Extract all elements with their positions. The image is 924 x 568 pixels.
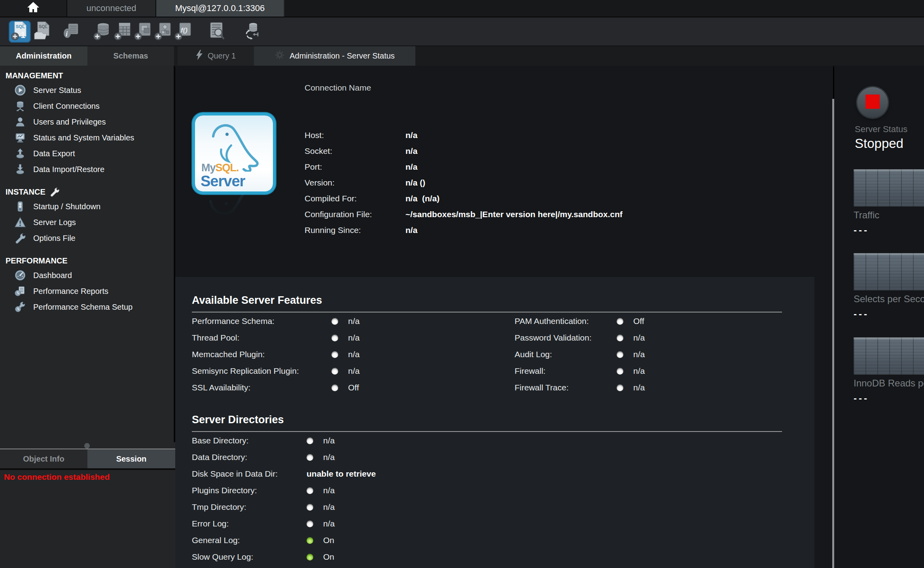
create-procedure-button[interactable]	[154, 21, 172, 43]
directories-list: Base Directory: n/a Data Directory: n/a …	[192, 432, 376, 565]
tab-object-info[interactable]: Object Info	[0, 449, 87, 468]
sidebar-item-performance-reports[interactable]: Performance Reports	[0, 283, 174, 299]
status-led-icon	[331, 318, 338, 325]
splitter-handle-icon[interactable]	[84, 443, 90, 449]
navigator-sidebar: MANAGEMENT Server Status Client Connecti…	[0, 66, 174, 442]
sidebar-item-performance-schema-setup[interactable]: Performance Schema Setup	[0, 299, 174, 315]
sidebar-item-server-status[interactable]: Server Status	[0, 82, 174, 98]
stop-icon	[865, 95, 880, 109]
editor-tab-bar: Administration Schemas Query 1 Administr…	[0, 46, 924, 67]
sidebar-section-title: MANAGEMENT	[6, 71, 63, 80]
chart-innodb-reads-per-second: InnoDB Reads per Second ---	[854, 337, 924, 404]
wrenchsmall-icon	[49, 187, 60, 197]
mysql-server-logo: MySQL. Server	[195, 193, 273, 224]
create-view-button[interactable]	[134, 21, 152, 43]
status-row-firewall-trace: Firewall Trace: n/a	[515, 379, 645, 396]
exportd-icon	[14, 148, 26, 159]
status-led-icon	[307, 454, 313, 461]
sysvars-icon	[14, 132, 26, 144]
create-table-button[interactable]	[114, 21, 132, 43]
status-row-plugins-directory: Plugins Directory: n/a	[192, 482, 376, 499]
connection-tab-unconnected[interactable]: unconnected	[67, 0, 156, 17]
status-row-semisync-replication-plugin: Semisync Replication Plugin: n/a	[192, 363, 360, 379]
sidebar-item-startup-shutdown[interactable]: Startup / Shutdown	[0, 199, 174, 214]
status-row-pam-authentication: PAM Authentication: Off	[515, 313, 645, 329]
svg-text:SQL: SQL	[39, 24, 48, 29]
gauge-icon	[14, 269, 26, 281]
sidebar-section-title: INSTANCE	[6, 187, 45, 197]
tb-table-icon	[114, 21, 132, 43]
status-row-base-directory: Base Directory: n/a	[192, 432, 376, 449]
connection-info-list: Host: n/a Socket: n/a Port: n/a Version:…	[305, 127, 623, 238]
sidebar-item-dashboard[interactable]: Dashboard	[0, 267, 174, 283]
tb-routine-icon	[154, 21, 172, 43]
editor-tab-query1[interactable]: Query 1	[178, 46, 254, 66]
status-led-icon	[307, 554, 313, 560]
server-status-value: Stopped	[855, 136, 903, 151]
status-led-icon	[307, 537, 313, 544]
connection-name-label: Connection Name	[305, 83, 371, 93]
sidebar-item-data-import-restore[interactable]: Data Import/Restore	[0, 161, 174, 177]
sidebar-tab-administration[interactable]: Administration	[0, 46, 87, 66]
editor-tab-server-status[interactable]: Administration - Server Status	[254, 46, 415, 66]
metric-chart	[854, 337, 924, 375]
info-row-running-since: Running Since: n/a	[305, 222, 623, 238]
open-sql-script-button[interactable]: SQL	[32, 21, 51, 43]
create-function-button[interactable]: f()	[174, 21, 192, 43]
status-led-icon	[307, 437, 313, 444]
stop-server-button[interactable]	[857, 87, 888, 118]
sidebar-item-server-logs[interactable]: Server Logs	[0, 214, 174, 230]
tab-session[interactable]: Session	[87, 449, 175, 468]
window-tab-bar: unconnected Mysql@127.0.0.1:3306	[0, 0, 924, 17]
wrench-icon	[14, 232, 26, 244]
traffic-icon	[14, 201, 26, 212]
reconnect-dbms-button[interactable]	[242, 21, 261, 43]
status-led-icon	[617, 335, 623, 341]
db-icon	[14, 100, 26, 112]
status-row-performance-schema: Performance Schema: n/a	[192, 313, 360, 329]
new-sql-tab-button[interactable]: SQL1	[9, 21, 31, 43]
home-icon	[27, 1, 40, 15]
create-schema-button[interactable]	[93, 21, 112, 43]
svg-text:1: 1	[21, 30, 25, 40]
info-row-version: Version: n/a ()	[305, 175, 623, 191]
chart-traffic: Traffic ---	[854, 169, 924, 236]
status-led-icon	[617, 384, 623, 391]
home-tab[interactable]	[0, 0, 67, 17]
svg-text:f(): f()	[181, 27, 187, 34]
section-divider	[192, 312, 782, 312]
search-table-data-button[interactable]	[207, 21, 225, 43]
status-row-tmp-directory: Tmp Directory: n/a	[192, 499, 376, 515]
status-led-icon	[331, 351, 338, 358]
sidebar-splitter[interactable]	[0, 442, 175, 449]
tb-func-icon: f()	[174, 21, 192, 43]
sidebar-item-options-file[interactable]: Options File	[0, 230, 174, 246]
status-row-general-log: General Log: On	[192, 532, 376, 549]
mysql-server-logo: MySQL. Server	[195, 115, 273, 191]
importd-icon	[14, 163, 26, 175]
sidebar-tab-schemas[interactable]: Schemas	[87, 46, 174, 66]
status-led-icon	[617, 318, 623, 325]
sidebar-item-data-export[interactable]: Data Export	[0, 146, 174, 161]
features-column-left: Performance Schema: n/a Thread Pool: n/a…	[192, 313, 360, 396]
features-section-title: Available Server Features	[192, 294, 322, 307]
session-info-panel: No connection established	[0, 470, 175, 568]
report-icon	[14, 285, 26, 297]
info-row-socket: Socket: n/a	[305, 143, 623, 159]
info-row-configuration-file: Configuration File: ~/sandboxes/msb_|Ent…	[305, 206, 623, 222]
status-led-icon	[307, 504, 313, 511]
server-status-page: Connection Name MySQL. Server MySQL. Ser…	[175, 66, 833, 568]
server-status-label: Server Status	[855, 124, 907, 134]
sidebar-item-status-and-system-variables[interactable]: Status and System Variables	[0, 130, 174, 146]
play-icon	[14, 84, 26, 96]
connection-tab-mysql[interactable]: Mysql@127.0.0.1:3306	[156, 0, 284, 17]
status-row-disk-space-in-data-dir: Disk Space in Data Dir: unable to retrie…	[192, 466, 376, 482]
sidebar-item-client-connections[interactable]: Client Connections	[0, 98, 174, 114]
tb-inspect-icon: i	[62, 21, 80, 43]
warning-icon	[14, 216, 26, 228]
section-divider	[192, 431, 782, 432]
perfsetup-icon	[14, 301, 26, 313]
tb-sync-icon	[242, 21, 261, 43]
sidebar-item-users-and-privileges[interactable]: Users and Privileges	[0, 114, 174, 130]
inspector-button[interactable]: i	[62, 21, 80, 43]
